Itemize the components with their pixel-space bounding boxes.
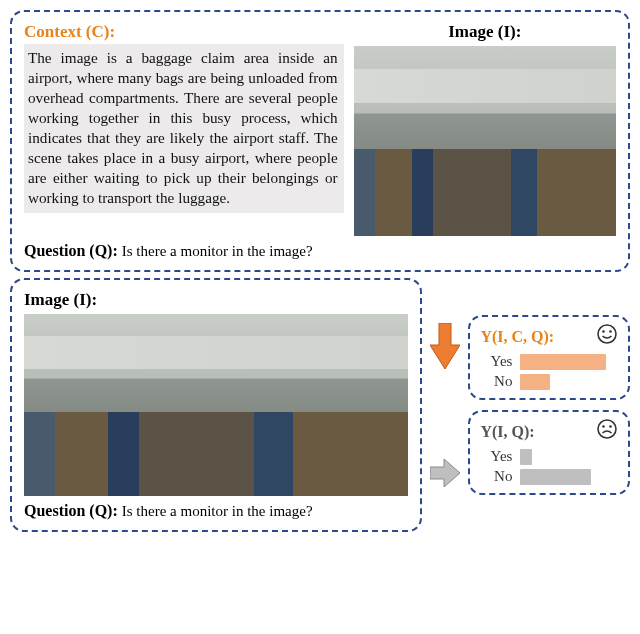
question-row-bottom: Question (Q): Is there a monitor in the …	[24, 502, 408, 520]
bar-yes-context	[520, 354, 606, 370]
bar-yes-nocontext	[520, 449, 532, 465]
svg-point-5	[598, 420, 616, 438]
svg-point-6	[602, 425, 605, 428]
arrows-column	[430, 278, 460, 532]
image-label-bottom: Image (I):	[24, 290, 408, 310]
image-thumbnail-bottom	[24, 314, 408, 496]
question-row-top: Question (Q): Is there a monitor in the …	[24, 242, 616, 260]
svg-marker-1	[430, 459, 460, 487]
result-header-with-context: Y(I, C, Q):	[480, 328, 554, 346]
panel-without-context: Image (I): Question (Q): Is there a moni…	[10, 278, 422, 532]
sad-face-icon	[596, 418, 618, 445]
context-label: Context (C):	[24, 22, 115, 41]
question-label-top: Question (Q):	[24, 242, 118, 259]
result-panel-with-context: Y(I, C, Q): Yes No	[468, 315, 630, 400]
result-panel-without-context: Y(I, Q): Yes No	[468, 410, 630, 495]
panel-with-context: Context (C): The image is a baggage clai…	[10, 10, 630, 272]
result-header-without-context: Y(I, Q):	[480, 423, 534, 441]
bar-label-yes: Yes	[480, 448, 512, 465]
bar-no-nocontext	[520, 469, 590, 485]
arrow-right-gray-icon	[430, 459, 460, 487]
happy-face-icon	[596, 323, 618, 350]
arrow-down-orange-icon	[430, 323, 460, 369]
question-label-bottom: Question (Q):	[24, 502, 118, 519]
bar-row: No	[480, 468, 618, 485]
question-text-bottom: Is there a monitor in the image?	[122, 503, 313, 519]
bar-label-no: No	[480, 373, 512, 390]
svg-point-2	[598, 325, 616, 343]
svg-point-4	[609, 330, 612, 333]
context-text: The image is a baggage claim area inside…	[24, 44, 344, 213]
svg-point-7	[609, 425, 612, 428]
image-label-top: Image (I):	[354, 22, 616, 42]
image-thumbnail-top	[354, 46, 616, 236]
svg-point-3	[602, 330, 605, 333]
bar-row: Yes	[480, 353, 618, 370]
bar-row: Yes	[480, 448, 618, 465]
bar-no-context	[520, 374, 549, 390]
bar-row: No	[480, 373, 618, 390]
question-text-top: Is there a monitor in the image?	[122, 243, 313, 259]
svg-marker-0	[430, 323, 460, 369]
bar-label-no: No	[480, 468, 512, 485]
bar-label-yes: Yes	[480, 353, 512, 370]
